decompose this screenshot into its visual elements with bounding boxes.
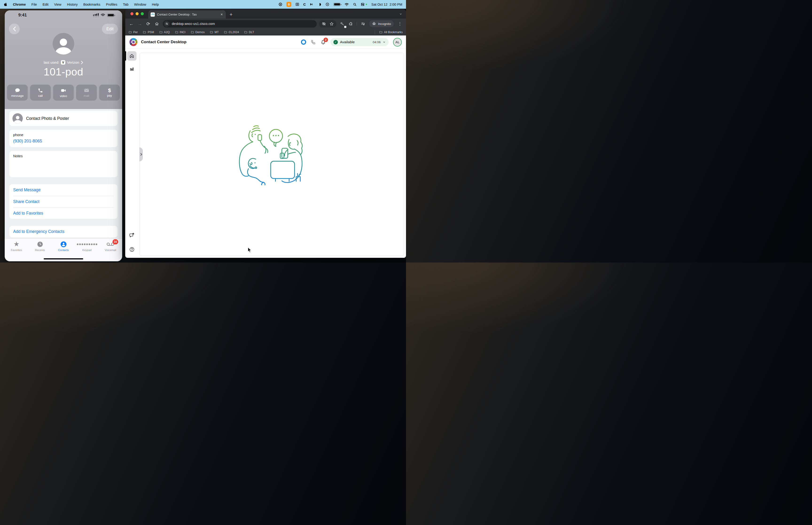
menu-bookmarks[interactable]: Bookmarks [83,3,100,6]
all-bookmarks-button[interactable]: All Bookmarks [379,31,403,34]
maximize-window-button[interactable] [141,12,144,15]
sidebar-item-help[interactable] [127,245,137,254]
close-window-button[interactable] [131,12,134,15]
macos-menu-bar: Chrome File Edit View History Bookmarks … [0,0,406,9]
media-controls-icon[interactable] [359,20,367,28]
edit-button[interactable]: Edit [102,24,118,34]
chrome-window: Contact Center Desktop : Tas ✕ + ← → ⟳ d… [125,9,406,258]
screen-record-icon[interactable] [278,2,282,6]
back-button[interactable] [9,24,20,34]
password-hidden-eye-icon[interactable] [322,21,326,26]
screenshot-tool-icon[interactable] [295,2,299,6]
call-icon [38,88,43,93]
bookmark-folder-inci[interactable]: INCI [175,31,186,34]
microphone-active-icon[interactable] [287,2,291,7]
menu-history[interactable]: History [67,3,78,6]
half-circle-icon[interactable] [318,3,321,6]
phone-field-label: phone [13,133,114,137]
chrome-menu-icon[interactable]: ⋮ [396,20,404,28]
cleanshot-icon[interactable]: C [303,2,306,6]
add-emergency-link[interactable]: Add to Emergency Contacts [13,226,114,237]
sidebar-item-analytics[interactable] [127,64,137,73]
add-to-favorites-link[interactable]: Add to Favorites [13,207,114,219]
task-list-expand-handle[interactable] [139,147,143,162]
share-menu-icon[interactable] [310,2,314,6]
wifi-icon[interactable] [344,3,349,6]
browser-tab[interactable]: Contact Center Desktop : Tas ✕ [148,10,226,18]
bookmark-folder-psm[interactable]: PSM [143,31,154,34]
contacts-person-icon [60,241,67,248]
control-center-icon[interactable] [361,2,367,6]
phone-number-link[interactable]: (930) 201-8065 [13,139,114,144]
menu-edit[interactable]: Edit [43,3,48,6]
video-button[interactable]: video [53,85,74,101]
battery-icon[interactable] [333,3,340,6]
bookmark-folder-per[interactable]: Per [128,31,138,34]
menu-tab[interactable]: Tab [123,3,128,6]
home-icon [129,53,134,59]
bookmark-star-icon[interactable] [330,21,334,26]
bookmark-folder-dlt[interactable]: DLT [244,31,254,34]
menu-profiles[interactable]: Profiles [106,3,117,6]
bookmark-folder-cl2024[interactable]: CL2024 [224,31,239,34]
call-controls-icon[interactable] [311,40,316,45]
play-status-icon[interactable] [325,2,330,6]
bookmarks-bar: Per PSM A2Q INCI Demos MT CL2024 DLT All… [125,29,406,35]
tab-favorites[interactable]: ★ Favorites [5,241,28,261]
webex-icon[interactable] [301,40,306,45]
spotlight-search-icon[interactable] [353,3,357,6]
menu-window[interactable]: Window [134,3,147,6]
bookmark-folder-mt[interactable]: MT [210,31,219,34]
apple-logo-icon[interactable] [4,3,7,6]
sidebar-item-home[interactable] [127,51,137,61]
share-contact-link[interactable]: Share Contact [13,196,114,207]
message-button[interactable]: message [7,85,28,101]
site-settings-icon[interactable] [164,21,170,27]
bar-chart-icon [129,66,134,71]
extensions-puzzle-icon[interactable] [347,20,354,28]
new-tab-button[interactable]: + [230,12,233,17]
photo-poster-row[interactable]: Contact Photo & Poster [10,111,118,126]
sidebar-item-feedback[interactable] [127,230,137,240]
address-bar[interactable]: desktop.wxcc-us1.cisco.com [163,20,317,28]
contact-header: 9:41 Edit last used: V Verizon [5,10,122,109]
reload-button[interactable]: ⟳ [144,20,152,28]
bookmark-folder-demos[interactable]: Demos [191,31,205,34]
iphone-clock: 9:41 [18,13,27,18]
call-button[interactable]: call [30,85,51,101]
tab-close-icon[interactable]: ✕ [220,13,224,16]
pay-button[interactable]: $ pay [99,85,120,101]
notes-row[interactable]: Notes [10,151,118,177]
last-used-row[interactable]: last used: V Verizon [5,60,122,65]
task-area-panel [139,52,404,256]
back-button[interactable]: ← [127,20,135,28]
tab-search-chevron-icon[interactable] [398,11,404,17]
menu-help[interactable]: Help [152,3,159,6]
menu-chrome[interactable]: Chrome [13,3,26,6]
minimize-window-button[interactable] [136,12,139,15]
phone-tab-bar: ★ Favorites Recents Contacts Keypad 16 V… [5,238,122,261]
contact-avatar [52,33,74,55]
user-avatar[interactable]: AL [393,38,402,46]
agent-state-selector[interactable]: ✓ Available 04:06 [330,38,388,46]
url-text[interactable]: desktop.wxcc-us1.cisco.com [172,22,215,26]
notifications-bell-icon[interactable]: 2 [321,40,326,45]
password-manager-icon[interactable] [338,20,346,28]
notes-label: Notes [13,154,114,158]
contact-name: 101-pod [5,66,122,78]
bookmark-folder-a2q[interactable]: A2Q [159,31,170,34]
tab-voicemail[interactable]: 16 Voicemail [99,241,122,261]
menu-file[interactable]: File [31,3,37,6]
phone-row[interactable]: phone (930) 201-8065 [10,130,118,147]
keypad-icon [77,241,97,248]
agent-state-timer: 04:06 [373,41,381,44]
mail-icon [84,88,89,93]
menu-view[interactable]: View [54,3,61,6]
home-indicator[interactable] [44,258,83,259]
message-icon [15,88,20,93]
home-button[interactable] [153,20,160,28]
incognito-indicator[interactable]: Incognito [369,20,394,27]
send-message-link[interactable]: Send Message [13,184,114,196]
pay-icon: $ [108,88,111,93]
menubar-clock[interactable]: Sat Oct 12 2:00 PM [371,3,402,6]
